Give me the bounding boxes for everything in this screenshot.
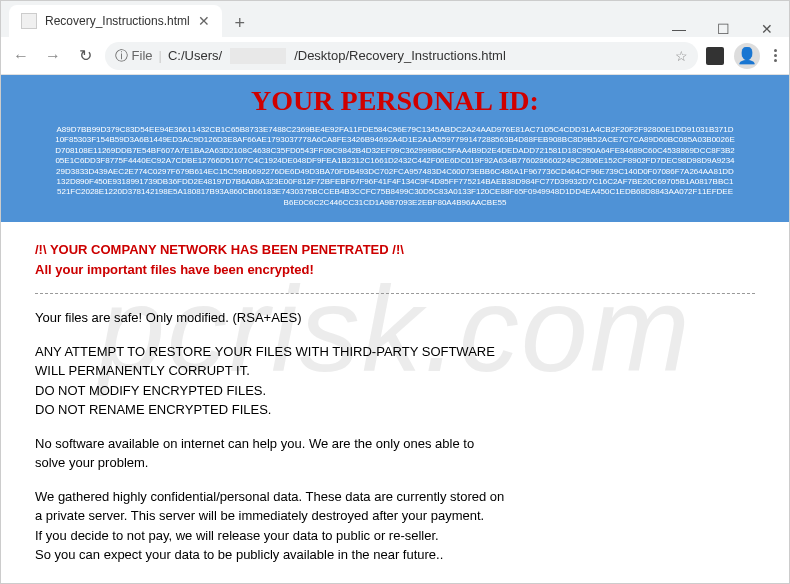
ransom-note-body: /!\ YOUR COMPANY NETWORK HAS BEEN PENETR… — [1, 222, 789, 583]
close-tab-icon[interactable]: ✕ — [198, 13, 210, 29]
warning-headline: /!\ YOUR COMPANY NETWORK HAS BEEN PENETR… — [35, 240, 755, 260]
minimize-button[interactable]: — — [665, 21, 693, 37]
profile-avatar-icon[interactable]: 👤 — [734, 43, 760, 69]
personal-id-hex: A89D7BB99D379C83D54EE94E36611432CB1C65B8… — [55, 125, 735, 208]
line: WILL PERMANENTLY CORRUPT IT. — [35, 361, 755, 381]
line: No software available on internet can he… — [35, 434, 755, 454]
divider — [35, 293, 755, 294]
line: ANY ATTEMPT TO RESTORE YOUR FILES WITH T… — [35, 342, 755, 362]
browser-window: Recovery_Instructions.html ✕ + — ☐ ✕ ← →… — [0, 0, 790, 584]
para-safe: Your files are safe! Only modified. (RSA… — [35, 308, 755, 328]
browser-toolbar: ← → ↻ ⓘ File | C:/Users//Desktop/Recover… — [1, 37, 789, 75]
warning-subhead: All your important files have been encry… — [35, 260, 755, 280]
file-icon — [21, 13, 37, 29]
id-banner: YOUR PERSONAL ID: A89D7BB99D379C83D54EE9… — [1, 75, 789, 222]
line: solve your problem. — [35, 453, 755, 473]
extension-icon[interactable] — [706, 47, 724, 65]
line: We only seek money and our goal is not t… — [35, 579, 755, 583]
line: If you decide to not pay, we will releas… — [35, 526, 755, 546]
menu-dots-icon[interactable] — [770, 49, 781, 62]
back-button[interactable]: ← — [9, 44, 33, 68]
para-warning-block: ANY ATTEMPT TO RESTORE YOUR FILES WITH T… — [35, 342, 755, 420]
address-bar[interactable]: ⓘ File | C:/Users//Desktop/Recovery_Inst… — [105, 42, 698, 70]
bookmark-star-icon[interactable]: ☆ — [675, 48, 688, 64]
line: DO NOT RENAME ENCRYPTED FILES. — [35, 400, 755, 420]
url-text-prefix: C:/Users/ — [168, 48, 222, 63]
para-no-software: No software available on internet can he… — [35, 434, 755, 473]
line: DO NOT MODIFY ENCRYPTED FILES. — [35, 381, 755, 401]
browser-tab[interactable]: Recovery_Instructions.html ✕ — [9, 5, 222, 37]
file-scheme-label: ⓘ File — [115, 47, 153, 65]
para-data-leak: We gathered highly confidential/personal… — [35, 487, 755, 565]
banner-title: YOUR PERSONAL ID: — [31, 85, 759, 117]
para-goal: We only seek money and our goal is not t… — [35, 579, 755, 583]
new-tab-button[interactable]: + — [226, 9, 254, 37]
maximize-button[interactable]: ☐ — [709, 21, 737, 37]
tab-title: Recovery_Instructions.html — [45, 14, 190, 28]
line: a private server. This server will be im… — [35, 506, 755, 526]
reload-button[interactable]: ↻ — [73, 44, 97, 68]
window-controls: — ☐ ✕ — [665, 21, 781, 37]
line: So you can expect your data to be public… — [35, 545, 755, 565]
forward-button[interactable]: → — [41, 44, 65, 68]
url-text-suffix: /Desktop/Recovery_Instructions.html — [294, 48, 506, 63]
url-redacted — [230, 48, 286, 64]
tab-strip: Recovery_Instructions.html ✕ + — ☐ ✕ — [1, 1, 789, 37]
line: We gathered highly confidential/personal… — [35, 487, 755, 507]
toolbar-right: 👤 — [706, 43, 781, 69]
page-content: pcrisk.com YOUR PERSONAL ID: A89D7BB99D3… — [1, 75, 789, 583]
close-window-button[interactable]: ✕ — [753, 21, 781, 37]
